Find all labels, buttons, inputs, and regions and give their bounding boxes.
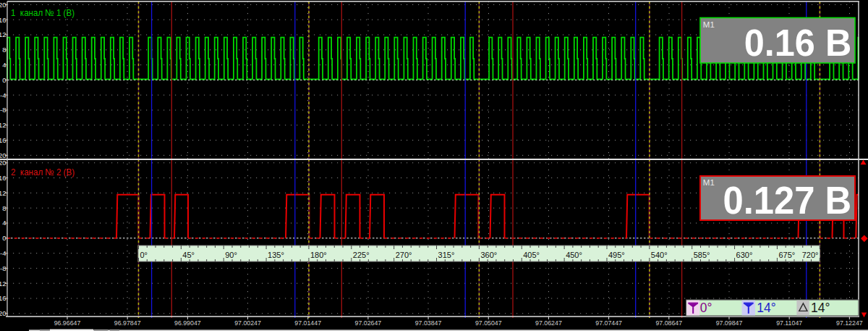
svg-text:90°: 90°: [225, 251, 237, 259]
svg-text:2 канал № 2 (В): 2 канал № 2 (В): [11, 167, 75, 177]
svg-text:4: 4: [2, 61, 6, 69]
svg-text:96.97847: 96.97847: [114, 319, 141, 327]
svg-text:0: 0: [2, 234, 6, 242]
svg-text:97.08647: 97.08647: [655, 319, 682, 327]
svg-text:45°: 45°: [182, 251, 195, 259]
svg-text:0.16 В: 0.16 В: [744, 21, 851, 64]
svg-text:540°: 540°: [651, 251, 668, 259]
svg-text:-16: -16: [0, 294, 7, 302]
svg-text:0°: 0°: [700, 301, 712, 315]
svg-text:20: 20: [0, 1, 7, 9]
svg-text:1 канал № 1 (В): 1 канал № 1 (В): [11, 7, 75, 18]
svg-text:96.99047: 96.99047: [174, 319, 201, 327]
svg-text:720°: 720°: [802, 251, 819, 259]
svg-text:270°: 270°: [396, 251, 412, 259]
svg-text:-4: -4: [0, 91, 6, 99]
svg-text:-8: -8: [0, 264, 6, 272]
svg-text:97.03847: 97.03847: [415, 319, 442, 327]
svg-text:630°: 630°: [736, 251, 753, 259]
svg-text:0.127 В: 0.127 В: [723, 177, 851, 222]
svg-text:97.06247: 97.06247: [535, 319, 562, 327]
svg-text:450°: 450°: [566, 251, 582, 259]
svg-text:405°: 405°: [523, 251, 540, 259]
svg-text:315°: 315°: [438, 251, 455, 259]
svg-text:585°: 585°: [694, 251, 710, 259]
svg-text:0: 0: [2, 76, 6, 84]
svg-text:-20: -20: [0, 151, 7, 159]
svg-text:-16: -16: [0, 136, 7, 144]
svg-text:-8: -8: [0, 106, 6, 114]
svg-text:97.05047: 97.05047: [475, 319, 502, 327]
svg-text:-12: -12: [0, 280, 7, 288]
svg-text:97.07447: 97.07447: [595, 319, 622, 327]
svg-text:97.00247: 97.00247: [234, 319, 261, 327]
svg-text:14°: 14°: [811, 301, 830, 315]
svg-text:97.09847: 97.09847: [716, 319, 743, 327]
svg-text:-4: -4: [0, 249, 6, 257]
svg-text:-12: -12: [0, 121, 7, 129]
svg-text:-20: -20: [0, 309, 7, 317]
svg-text:M1: M1: [703, 20, 715, 29]
svg-text:495°: 495°: [608, 251, 625, 259]
svg-text:14°: 14°: [757, 301, 775, 315]
svg-text:97.02647: 97.02647: [355, 319, 382, 327]
svg-text:97.11047: 97.11047: [776, 319, 802, 327]
svg-text:180°: 180°: [310, 251, 327, 259]
svg-text:4: 4: [2, 219, 6, 227]
svg-text:96.96647: 96.96647: [54, 319, 81, 327]
svg-text:97.12247: 97.12247: [836, 319, 863, 327]
svg-text:M1: M1: [703, 178, 715, 187]
svg-text:16: 16: [0, 174, 7, 182]
svg-text:97.01447: 97.01447: [294, 319, 321, 327]
svg-text:675°: 675°: [778, 251, 795, 259]
svg-text:360°: 360°: [480, 251, 497, 259]
svg-text:135°: 135°: [268, 251, 284, 259]
svg-text:225°: 225°: [353, 251, 370, 259]
svg-text:12: 12: [0, 189, 7, 197]
svg-text:0°: 0°: [140, 251, 148, 259]
svg-text:12: 12: [0, 30, 7, 38]
svg-text:8: 8: [2, 46, 6, 54]
svg-text:8: 8: [2, 204, 6, 212]
svg-text:16: 16: [0, 16, 7, 24]
